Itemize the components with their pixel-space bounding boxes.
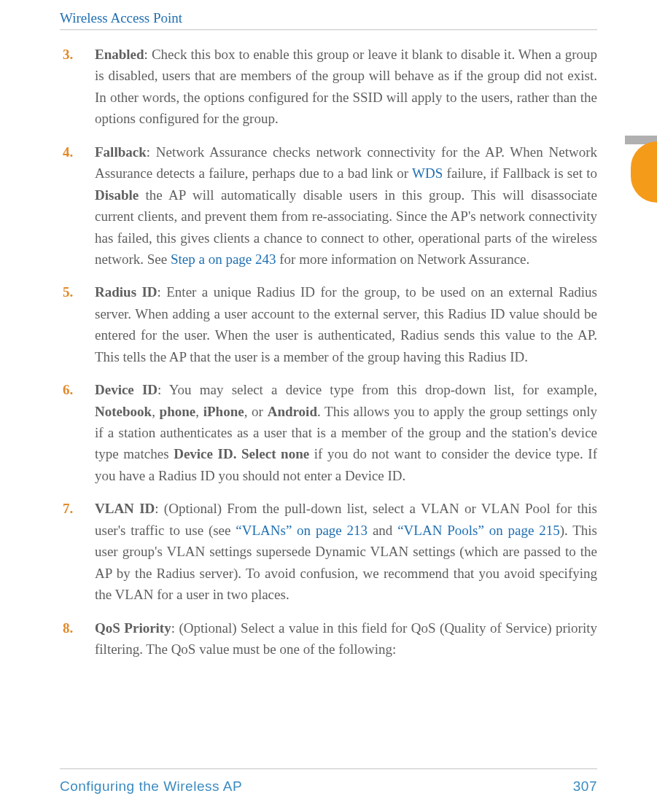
running-header: Wireless Access Point [60, 0, 597, 29]
footer: Configuring the Wireless AP 307 [60, 778, 597, 795]
item-number: 8. [60, 617, 95, 660]
list-item: 8. QoS Priority: (Optional) Select a val… [60, 617, 597, 660]
item-number: 5. [60, 281, 95, 367]
footer-rule [60, 768, 597, 770]
list-item: 3. Enabled: Check this box to enable thi… [60, 44, 597, 130]
header-rule [60, 29, 597, 31]
item-text: Enabled: Check this box to enable this g… [95, 44, 597, 130]
list-item: 7. VLAN ID: (Optional) From the pull-dow… [60, 498, 597, 605]
list-item: 6. Device ID: You may select a device ty… [60, 379, 597, 486]
item-number: 7. [60, 498, 95, 605]
footer-page-number: 307 [573, 778, 597, 795]
side-tab [631, 141, 657, 203]
item-text: QoS Priority: (Optional) Select a value … [95, 617, 597, 660]
item-text: Device ID: You may select a device type … [95, 379, 597, 486]
item-text: Fallback: Network Assurance checks netwo… [95, 141, 597, 270]
body-text: 3. Enabled: Check this box to enable thi… [60, 44, 597, 660]
list-item: 5. Radius ID: Enter a unique Radius ID f… [60, 281, 597, 367]
item-number: 6. [60, 379, 95, 486]
list-item: 4. Fallback: Network Assurance checks ne… [60, 141, 597, 270]
footer-left: Configuring the Wireless AP [60, 778, 242, 795]
item-number: 4. [60, 141, 95, 270]
item-text: VLAN ID: (Optional) From the pull-down l… [95, 498, 597, 605]
item-number: 3. [60, 44, 95, 130]
item-text: Radius ID: Enter a unique Radius ID for … [95, 281, 597, 367]
